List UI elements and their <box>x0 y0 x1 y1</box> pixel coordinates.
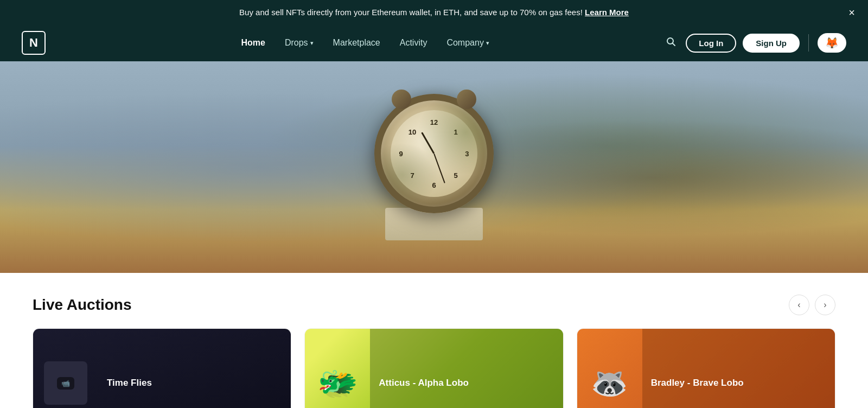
nav-divider <box>808 34 809 52</box>
drops-chevron-icon: ▾ <box>310 40 314 47</box>
carousel-prev-button[interactable]: ‹ <box>789 295 809 315</box>
card-thumb-atticus: 🐲 <box>305 329 370 408</box>
svg-line-1 <box>673 43 675 46</box>
banner-cta[interactable]: Learn More <box>585 8 629 17</box>
wallet-button[interactable]: 🦊 <box>818 33 846 53</box>
live-auctions-section: Live Auctions ‹ › 📹 Time Flies <box>0 273 868 408</box>
nav-marketplace[interactable]: Marketplace <box>326 34 388 52</box>
login-button[interactable]: Log In <box>686 34 736 53</box>
clock-num-5: 5 <box>454 171 457 180</box>
clock-face: 12 1 3 5 6 7 9 10 <box>391 110 477 197</box>
banner-text: Buy and sell NFTs directly from your Eth… <box>239 8 583 17</box>
video-camera-icon: 📹 <box>61 379 70 387</box>
auction-card-atticus[interactable]: 🐲 Atticus - Alpha Lobo <box>304 328 563 408</box>
atticus-creature-icon: 🐲 <box>317 364 358 403</box>
announcement-banner: Buy and sell NFTs directly from your Eth… <box>0 0 868 24</box>
nav-company[interactable]: Company ▾ <box>439 34 496 52</box>
search-button[interactable] <box>663 34 679 53</box>
card-title-atticus: Atticus - Alpha Lobo <box>379 378 469 388</box>
card-image-atticus: 🐲 Atticus - Alpha Lobo <box>305 329 563 408</box>
site-logo[interactable]: N <box>22 31 46 55</box>
search-icon <box>666 37 676 47</box>
clock-bell-left <box>392 90 411 109</box>
nav-actions: Log In Sign Up 🦊 <box>663 33 846 53</box>
card-image-time-flies: 📹 Time Flies <box>33 329 291 408</box>
company-chevron-icon: ▾ <box>486 40 489 47</box>
card-thumb-bradley: 🦝 <box>577 329 642 408</box>
card-thumb-time-flies: 📹 <box>33 329 98 408</box>
clock-body: 12 1 3 5 6 7 9 10 <box>374 94 494 213</box>
auction-card-time-flies[interactable]: 📹 Time Flies <box>33 328 291 408</box>
card-content-bradley: Bradley - Brave Lobo <box>642 329 835 408</box>
clock-num-9: 9 <box>399 150 403 158</box>
card-title-bradley: Bradley - Brave Lobo <box>651 378 744 388</box>
carousel-next-button[interactable]: › <box>815 295 835 315</box>
hero-section: 12 1 3 5 6 7 9 10 <box>0 61 868 273</box>
card-thumbnail-placeholder: 📹 <box>44 361 87 405</box>
section-title: Live Auctions <box>33 296 132 314</box>
clock-num-3: 3 <box>465 150 469 158</box>
auction-cards-grid: 📹 Time Flies 🐲 Atticus - Alpha Lobo <box>33 328 835 408</box>
clock-num-6: 6 <box>432 181 436 189</box>
clock-minute-hand <box>433 154 445 183</box>
signup-button[interactable]: Sign Up <box>743 34 800 53</box>
card-content-time-flies: Time Flies <box>98 329 291 408</box>
nav-activity[interactable]: Activity <box>392 34 435 52</box>
nav-home[interactable]: Home <box>233 34 272 52</box>
clock-hour-hand <box>421 132 435 154</box>
auction-card-bradley[interactable]: 🦝 Bradley - Brave Lobo <box>577 328 835 408</box>
nav-links: Home Drops ▾ Marketplace Activity Compan… <box>67 34 663 52</box>
bradley-creature-icon: 🦝 <box>591 366 628 401</box>
hero-clock-sculpture: 12 1 3 5 6 7 9 10 <box>374 94 494 240</box>
card-image-bradley: 🦝 Bradley - Brave Lobo <box>577 329 835 408</box>
wallet-fox-icon: 🦊 <box>825 36 839 49</box>
clock-num-12: 12 <box>430 118 438 126</box>
section-header: Live Auctions ‹ › <box>33 295 835 315</box>
video-icon: 📹 <box>57 377 74 390</box>
card-content-atticus: Atticus - Alpha Lobo <box>370 329 563 408</box>
navbar: N Home Drops ▾ Marketplace Activity Comp… <box>0 24 868 61</box>
carousel-controls: ‹ › <box>789 295 835 315</box>
clock-num-7: 7 <box>410 171 414 180</box>
clock-bell-right <box>457 90 476 109</box>
clock-num-1: 1 <box>454 128 457 136</box>
banner-close-button[interactable]: × <box>848 7 855 18</box>
nav-drops[interactable]: Drops ▾ <box>277 34 321 52</box>
card-title-time-flies: Time Flies <box>107 378 152 388</box>
clock-num-10: 10 <box>409 128 416 136</box>
